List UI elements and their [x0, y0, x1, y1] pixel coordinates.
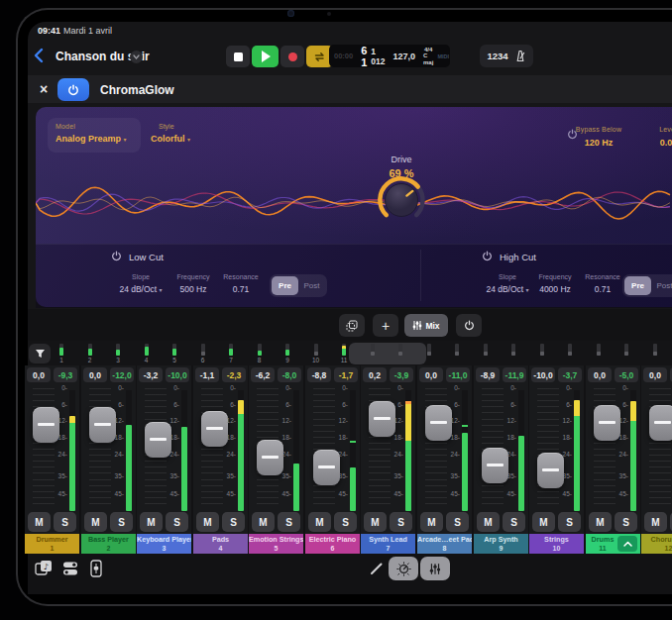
- meter-scale-label: 18-: [332, 434, 348, 441]
- mute-button[interactable]: M: [532, 512, 555, 532]
- solo-button[interactable]: S: [503, 512, 525, 532]
- volume-value[interactable]: -3,2: [139, 367, 163, 382]
- volume-value[interactable]: 0,0: [27, 367, 51, 382]
- peak-value: -8,0: [278, 367, 301, 382]
- mute-button[interactable]: M: [252, 512, 275, 532]
- volume-value[interactable]: -1,1: [195, 367, 219, 382]
- meter-scale-label: 12-: [164, 417, 179, 424]
- meter-scale-label: 35-: [164, 472, 179, 479]
- pencil-icon: [369, 561, 385, 576]
- channel-label[interactable]: Synth Lead7: [361, 534, 415, 554]
- channel-name: Bass Player: [81, 534, 136, 545]
- channel-label[interactable]: Keyboard Player3: [137, 534, 191, 554]
- volume-value[interactable]: -6,2: [251, 367, 275, 382]
- volume-value[interactable]: 0,0: [83, 367, 107, 382]
- volume-value[interactable]: 0,0: [588, 367, 612, 382]
- channel-label[interactable]: Pads4: [193, 534, 248, 554]
- edit-pencil-button[interactable]: [369, 561, 385, 576]
- mixer-view-button[interactable]: [420, 557, 450, 580]
- channel-name: Emotion Strings: [249, 534, 303, 545]
- solo-button[interactable]: S: [446, 512, 469, 532]
- channel-label[interactable]: Arcade…eet Pad8: [417, 534, 472, 554]
- meter-scale-label: 0-: [332, 384, 348, 391]
- mute-button[interactable]: M: [589, 512, 612, 532]
- meter-scale-label: 24-: [108, 451, 124, 458]
- solo-button[interactable]: S: [54, 512, 76, 532]
- fader-view-button[interactable]: [89, 559, 103, 578]
- channel-strip: 0,0-5,00-6-12-18-24-35-45-MSDrums11: [586, 365, 640, 554]
- meter-scale-label: 12-: [444, 417, 460, 424]
- meter-scale-label: 0-: [52, 384, 67, 391]
- meter-scale-label: 18-: [556, 434, 572, 441]
- meter-scale-label: 24-: [501, 451, 516, 458]
- mute-button[interactable]: M: [28, 512, 51, 532]
- chevron-up-icon: [623, 541, 632, 547]
- mute-button[interactable]: M: [84, 512, 107, 532]
- meter-scale-label: 24-: [164, 451, 179, 458]
- meter-scale-label: 6-: [52, 401, 67, 408]
- meter-scale-label: 35-: [613, 472, 628, 479]
- level-meter: [630, 401, 636, 511]
- channel-label[interactable]: Bass Player2: [81, 534, 136, 554]
- channel-label[interactable]: Strings10: [529, 534, 584, 554]
- loop-browser-button[interactable]: ♪: [34, 559, 54, 578]
- solo-button[interactable]: S: [166, 512, 188, 532]
- solo-button[interactable]: S: [110, 512, 133, 532]
- solo-button[interactable]: S: [334, 512, 357, 532]
- mixer-strips: 0,0-9,30-6-12-18-24-35-45-MSDrummer10,0-…: [0, 0, 672, 620]
- meter-scale-label: 6-: [332, 401, 348, 408]
- volume-value[interactable]: -8,9: [476, 367, 500, 382]
- volume-value[interactable]: 0,0: [643, 367, 667, 382]
- channel-label[interactable]: Drums11: [586, 534, 640, 554]
- mute-button[interactable]: M: [644, 512, 667, 532]
- channel-number: 4: [193, 545, 248, 553]
- meter-scale-label: 18-: [444, 434, 460, 441]
- meter-scale-label: 6-: [668, 401, 672, 408]
- stack-collapse-button[interactable]: [617, 536, 637, 552]
- fader-cap[interactable]: [537, 453, 564, 488]
- meter-scale-label: 35-: [501, 472, 516, 479]
- volume-value[interactable]: 0,2: [363, 367, 387, 382]
- volume-value[interactable]: 0,0: [419, 367, 443, 382]
- peak-hold-dash: [462, 425, 468, 427]
- mute-button[interactable]: M: [196, 512, 219, 532]
- volume-value[interactable]: -10,0: [531, 367, 555, 382]
- mute-button[interactable]: M: [477, 512, 500, 532]
- mute-button[interactable]: M: [420, 512, 443, 532]
- channel-label[interactable]: Electric Piano6: [305, 534, 360, 554]
- solo-button[interactable]: S: [222, 512, 245, 532]
- channel-label[interactable]: Arp Synth9: [474, 534, 528, 554]
- meter-scale-label: 6-: [164, 401, 179, 408]
- meter-scale-label: 45-: [444, 490, 460, 497]
- controls-view-button[interactable]: [389, 557, 418, 580]
- channel-label[interactable]: Emotion Strings5: [249, 534, 303, 554]
- fader-cap[interactable]: [257, 440, 283, 475]
- solo-button[interactable]: S: [278, 512, 300, 532]
- mute-button[interactable]: M: [308, 512, 331, 532]
- mute-button[interactable]: M: [364, 512, 387, 532]
- solo-button[interactable]: S: [558, 512, 581, 532]
- meter-scale-label: 18-: [164, 434, 179, 441]
- meter-scale-label: 12-: [108, 417, 124, 424]
- solo-button[interactable]: S: [615, 512, 637, 532]
- meter-scale-label: 12-: [52, 417, 67, 424]
- meter-scale-label: 35-: [444, 472, 460, 479]
- level-meter: [69, 416, 75, 511]
- svg-text:♪: ♪: [44, 563, 49, 571]
- volume-value[interactable]: -8,8: [307, 367, 331, 382]
- modules-icon: [61, 560, 79, 577]
- plugins-button[interactable]: [61, 560, 79, 577]
- fader-cap-line: [487, 464, 504, 466]
- peak-hold-dash: [350, 441, 356, 443]
- channel-name: Pads: [193, 534, 248, 545]
- channel-label[interactable]: Chorus Vo12: [641, 534, 672, 554]
- channel-label[interactable]: Drummer1: [25, 534, 79, 554]
- channel-strip: -1,1-2,30-6-12-18-24-35-45-MSPads4: [193, 365, 248, 554]
- sliders-icon: [429, 563, 441, 575]
- fader-cap-line: [318, 465, 335, 468]
- mute-button[interactable]: M: [140, 512, 163, 532]
- channel-number: 7: [361, 545, 415, 553]
- solo-button[interactable]: S: [390, 512, 412, 532]
- fader-icon: [89, 559, 103, 578]
- peak-value: -2,3: [222, 367, 246, 382]
